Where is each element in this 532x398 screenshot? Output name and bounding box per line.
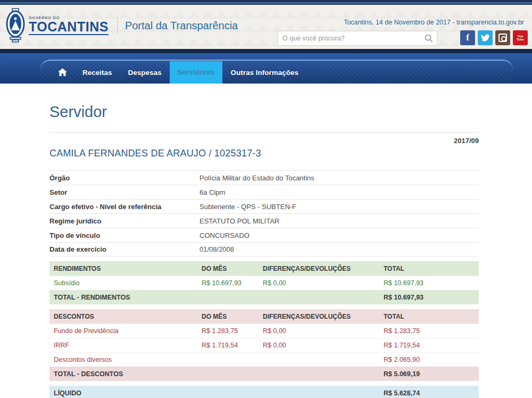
instagram-camera-glyph [498,34,507,42]
nav-item-servidores[interactable]: Servidores [170,61,223,84]
search-box [278,31,437,46]
deduction-total: R$ 1.283,75 [379,327,479,335]
info-label: Tipo de vínculo [49,231,200,239]
info-label: Data de exercício [49,245,200,253]
main-content: Servidor 2017/09 CAMILA FERNANDES DE ARA… [49,103,479,398]
deduction-month: R$ 1.719,54 [197,342,259,349]
deduction-name: IRRF [49,342,197,349]
info-value: CONCURSADO [200,231,250,239]
deduction-month: R$ 1.283,75 [197,327,259,335]
earning-month: R$ 10.697,93 [197,279,259,287]
earnings-header-row: RENDIMENTOS DO MÊS DIFERENÇAS/DEVOLUÇÕES… [49,261,479,276]
home-icon [58,68,67,77]
deduction-name: Descontos diversos [49,356,197,363]
logo-tocantins: TOCANTINS [29,20,109,35]
info-value: 6a Cipm [200,188,225,196]
deductions-total-label: TOTAL - DESCONTOS [49,370,197,378]
deduction-row-diversos: Descontos diversos R$ 2.065,90 [49,352,479,367]
main-navigation: Receitas Despesas Servidores Outras Info… [0,53,532,84]
info-row-exercicio: Data de exercício 01/08/2008 [49,242,479,256]
nav-item-outras-informacoes[interactable]: Outras Informações [222,62,306,84]
net-row: LÍQUIDO R$ 5.628,74 [49,386,479,398]
info-label: Cargo efetivo - Nível de referência [49,203,200,211]
info-label: Regime jurídico [49,217,200,225]
earnings-row-subsidio: Subsídio R$ 10.697,93 R$ 0,00 R$ 10.697,… [49,276,479,290]
deductions-table: DESCONTOS DO MÊS DIFERENÇAS/DEVOLUÇÕES T… [49,309,479,381]
net-label: LÍQUIDO [49,389,197,397]
employee-info-table: Órgão Polícia Militar do Estado do Tocan… [49,170,479,256]
facebook-glyph: f [466,32,469,43]
nav-item-receitas[interactable]: Receitas [74,62,120,84]
col-header-do-mes: DO MÊS [197,313,259,320]
col-header-descontos: DESCONTOS [49,313,197,320]
youtube-glyph: Tube [517,38,524,41]
info-row-vinculo: Tipo de vínculo CONCURSADO [49,228,479,242]
deduction-name: Fundo de Previdência [49,327,197,335]
government-logo[interactable]: GOVERNO DO TOCANTINS Portal da Transparê… [5,8,238,43]
col-header-do-mes: DO MÊS [197,265,259,272]
net-value: R$ 5.628,74 [379,389,479,397]
coat-of-arms-icon [5,8,26,43]
site-header: GOVERNO DO TOCANTINS Portal da Transparê… [0,5,532,49]
deduction-total: R$ 2.065,90 [379,356,479,363]
logo-text: GOVERNO DO TOCANTINS [29,16,109,35]
search-button[interactable] [421,31,437,45]
nav-top-strip [0,49,532,53]
twitter-bird-icon [481,34,489,42]
info-row-regime: Regime jurídico ESTATUTO POL MILITAR [49,213,479,228]
info-label: Setor [49,188,200,196]
facebook-icon[interactable]: f [460,30,475,45]
page-title: Servidor [49,103,479,121]
youtube-icon[interactable]: You Tube [513,30,528,45]
col-header-rendimentos: RENDIMENTOS [49,265,197,272]
info-row-cargo: Cargo efetivo - Nível de referência Subt… [49,199,479,213]
col-header-diferencas: DIFERENÇAS/DEVOLUÇÕES [259,265,379,272]
earning-name: Subsídio [49,279,197,287]
search-icon [424,34,434,43]
earnings-total-value: R$ 10.697,93 [379,294,479,301]
info-value: Subtenente - QPS - SUBTEN-F [200,203,296,211]
earning-total: R$ 10.697,93 [379,279,479,287]
info-label: Órgão [49,174,200,182]
deductions-header-row: DESCONTOS DO MÊS DIFERENÇAS/DEVOLUÇÕES T… [49,309,479,324]
social-links: f You Tube [460,30,528,45]
twitter-icon[interactable] [478,30,493,45]
col-header-total: TOTAL [379,313,479,320]
portal-title: Portal da Transparência [125,20,238,32]
col-header-total: TOTAL [379,265,479,272]
info-value: ESTATUTO POL MILITAR [200,217,279,225]
deduction-diff: R$ 0,00 [259,342,379,349]
earnings-table: RENDIMENTOS DO MÊS DIFERENÇAS/DEVOLUÇÕES… [49,261,479,304]
col-header-diferencas: DIFERENÇAS/DEVOLUÇÕES [259,313,379,320]
deduction-row-previdencia: Fundo de Previdência R$ 1.283,75 R$ 0,00… [49,324,479,338]
deduction-row-irrf: IRRF R$ 1.719,54 R$ 0,00 R$ 1.719,54 [49,338,479,352]
instagram-icon[interactable] [495,30,510,45]
nav-menu: Receitas Despesas Servidores Outras Info… [51,60,306,84]
earnings-total-label: TOTAL - RENDIMENTOS [49,294,197,301]
search-input[interactable] [278,35,421,42]
deductions-total-value: R$ 5.069,19 [379,370,479,378]
deduction-diff: R$ 0,00 [259,327,379,335]
employee-name: CAMILA FERNANDES DE ARAUJO / 1025317-3 [49,148,479,159]
divider [49,132,479,132]
earnings-total-row: TOTAL - RENDIMENTOS R$ 10.697,93 [49,290,479,304]
nav-item-despesas[interactable]: Despesas [120,62,170,84]
earning-diff: R$ 0,00 [259,279,379,287]
info-value: Polícia Militar do Estado do Tocantins [200,174,314,182]
brand-separator [117,17,118,34]
deductions-total-row: TOTAL - DESCONTOS R$ 5.069,19 [49,367,479,381]
date-and-site-line: Tocantins, 14 de Novembro de 2017 - tran… [344,19,524,26]
home-button[interactable] [51,62,74,84]
info-row-setor: Setor 6a Cipm [49,185,479,199]
period-label: 2017/09 [49,137,479,145]
deduction-total: R$ 1.719,54 [379,342,479,349]
info-row-orgao: Órgão Polícia Militar do Estado do Tocan… [49,170,479,185]
info-value: 01/08/2008 [200,245,234,253]
